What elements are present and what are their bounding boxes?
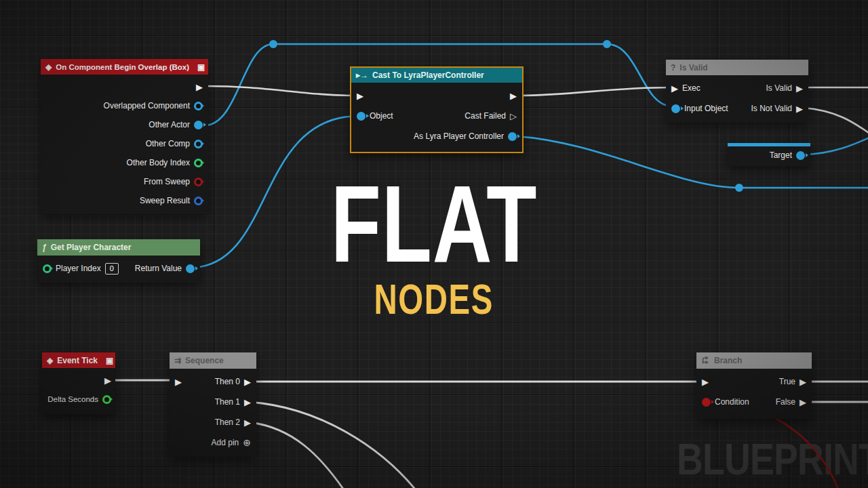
node-header[interactable]: ◈ On Component Begin Overlap (Box) ▣ [41,59,208,75]
node-header[interactable]: ◈ Event Tick ▣ [42,352,115,368]
wire-isnotvalid-exec-out[interactable] [803,108,868,134]
node-header[interactable]: ? Is Valid [666,60,808,75]
node-target[interactable]: Target [728,143,810,166]
other-body-index-pin[interactable] [194,159,203,167]
pin-row: As Lyra Player Controller [351,126,522,146]
wire-cast-exec-to-isvalid[interactable] [515,87,671,96]
sweep-result-pin[interactable] [194,197,203,205]
pin-label: Target [770,150,792,160]
node-title: Sequence [185,356,224,365]
return-value-pin[interactable] [186,264,195,273]
object-pin[interactable] [357,112,366,121]
branch-icon [701,356,710,366]
node-event-tick[interactable]: ◈ Event Tick ▣ ▶ Delta Seconds [42,352,115,414]
player-index-input[interactable]: 0 [105,263,119,274]
wire-as-controller-out[interactable] [515,136,868,188]
node-get-player-character[interactable]: ƒ Get Player Character Player Index 0 Re… [37,239,200,283]
is-valid-exec-out-pin[interactable]: ▶ [796,84,803,93]
pin-label: Add pin [212,438,239,447]
pin-row: Add pin ⊕ [170,432,256,453]
exec-in-pin[interactable]: ▶ [671,84,678,93]
other-comp-pin[interactable] [194,140,203,148]
cast-failed-exec-pin[interactable]: ▷ [510,112,517,121]
pin-label: True [779,377,795,386]
pin-row: Then 1 ▶ [170,392,256,412]
sequence-icon: ⇉ [174,357,181,365]
node-on-component-begin-overlap[interactable]: ◈ On Component Begin Overlap (Box) ▣ ▶ O… [41,59,208,214]
wire-overlap-exec-to-cast[interactable] [205,86,359,96]
pin-row: From Sweep [41,172,208,191]
pin-label: Other Comp [146,139,190,148]
pin-label: As Lyra Player Controller [414,131,504,141]
pin-row: Other Body Index [41,153,208,172]
pin-row: Player Index 0 Return Value [37,258,200,279]
wire-target-out[interactable] [803,137,868,155]
pin-label: Is Not Valid [751,104,792,113]
false-exec-out-pin[interactable]: ▶ [800,398,806,407]
node-title: Branch [714,356,742,365]
node-is-valid[interactable]: ? Is Valid ▶ Exec Is Valid ▶ Input Objec… [666,60,808,123]
exec-in-pin[interactable]: ▶ [175,378,182,386]
pin-label: Player Index [56,264,101,273]
pin-label: False [776,397,795,407]
node-title: Event Tick [57,356,98,365]
exec-in-pin[interactable]: ▶ [702,378,709,386]
reroute-node[interactable] [735,184,743,192]
node-header[interactable]: ▸→ Cast To LyraPlayerController [351,68,522,83]
wire-return-value-to-object[interactable] [193,116,359,268]
true-exec-out-pin[interactable]: ▶ [800,378,806,386]
then0-exec-out-pin[interactable]: ▶ [244,378,251,386]
input-object-pin[interactable] [671,104,680,113]
node-cast-to-lyraplayercontroller[interactable]: ▸→ Cast To LyraPlayerController ▶ ▶ Obje… [350,66,524,153]
add-pin-icon[interactable]: ⊕ [243,438,251,447]
exec-out-pin[interactable]: ▶ [104,376,111,385]
reroute-node[interactable] [603,40,611,48]
node-title: On Component Begin Overlap (Box) [56,63,189,71]
node-title: Get Player Character [51,243,132,252]
question-mark-icon: ? [671,64,675,72]
then1-exec-out-pin[interactable]: ▶ [244,398,251,407]
pin-row: Other Comp [41,134,208,153]
pin-row: Overlapped Component [41,96,208,115]
overlapped-component-pin[interactable] [194,102,203,110]
node-header[interactable]: ƒ Get Player Character [37,239,200,256]
target-pin[interactable] [796,151,805,160]
node-header[interactable]: Branch [696,352,812,369]
cast-icon: ▸→ [356,71,368,79]
player-index-pin[interactable] [43,264,52,273]
pin-row: Then 2 ▶ [170,412,256,432]
pin-row: ▶ Then 0 ▶ [170,371,256,392]
pin-label: Condition [715,397,749,407]
pin-label: Then 2 [215,418,240,427]
exec-in-pin[interactable]: ▶ [357,92,363,100]
function-icon: ƒ [42,243,47,251]
is-not-valid-exec-out-pin[interactable]: ▶ [796,104,803,113]
delegate-box-icon[interactable]: ▣ [197,63,205,71]
exec-out-pin[interactable]: ▶ [510,92,517,100]
wire-then2-out[interactable] [250,422,344,488]
pin-label: Then 1 [215,397,240,407]
delta-seconds-pin[interactable] [102,395,111,404]
node-title: Cast To LyraPlayerController [372,70,484,80]
then2-exec-out-pin[interactable]: ▶ [244,418,251,427]
pin-row: ▶ Exec Is Valid ▶ [666,78,808,98]
pin-label: Cast Failed [465,111,506,121]
pin-row: Condition False ▶ [696,392,812,412]
event-icon: ◈ [47,357,53,365]
reroute-node[interactable] [269,40,277,48]
node-title: Is Valid [679,63,707,73]
as-lyra-player-controller-pin[interactable] [508,132,517,141]
pin-label: Other Actor [149,120,190,129]
exec-out-pin[interactable]: ▶ [196,83,203,92]
node-branch[interactable]: Branch ▶ True ▶ Condition False ▶ [696,352,812,419]
pin-row: Input Object Is Not Valid ▶ [666,98,808,119]
other-actor-pin[interactable] [194,121,203,129]
condition-pin[interactable] [702,398,711,407]
pin-label: Sweep Result [140,196,190,205]
node-header[interactable]: ⇉ Sequence [170,352,256,369]
delegate-box-icon[interactable]: ▣ [106,357,113,365]
event-icon: ◈ [45,63,52,71]
from-sweep-pin[interactable] [194,178,203,186]
node-sequence[interactable]: ⇉ Sequence ▶ Then 0 ▶ Then 1 ▶ Then 2 ▶ … [170,352,256,457]
pin-row: Other Actor [41,115,208,134]
